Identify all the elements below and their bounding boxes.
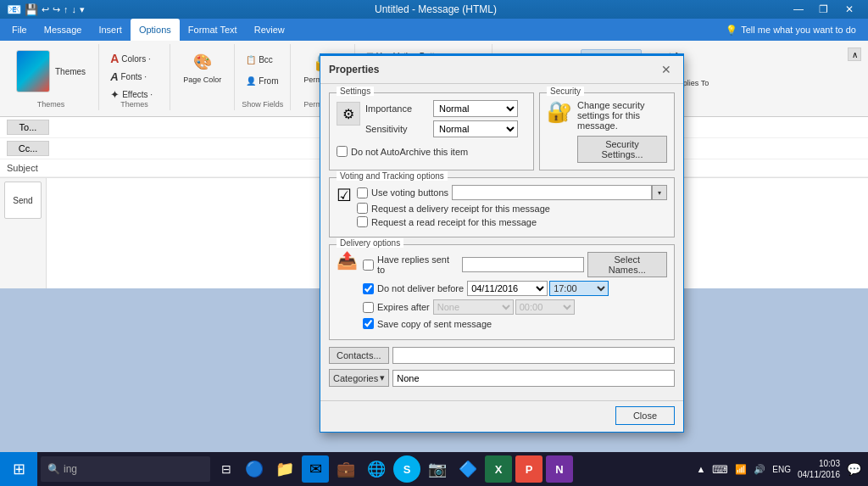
themes-button[interactable]: Themes	[10, 46, 92, 97]
excel-icon[interactable]: X	[485, 455, 512, 483]
show-fields-group-label: Show Fields	[242, 98, 283, 109]
dialog-body: Settings ⚙ Importance Normal	[320, 84, 683, 400]
up-arrow-icon[interactable]: ▲	[696, 464, 705, 474]
down-btn[interactable]: ↓	[72, 4, 77, 14]
expires-checkbox[interactable]	[363, 302, 374, 313]
settings-section-title: Settings	[337, 87, 374, 96]
tell-me-field[interactable]: 💡 Tell me what you want to do	[717, 19, 865, 41]
menu-review[interactable]: Review	[246, 19, 293, 41]
colors-button[interactable]: A Colors ·	[106, 49, 157, 68]
themes-group-label: Themes	[37, 98, 65, 109]
fonts-button[interactable]: A Fonts ·	[106, 68, 157, 86]
categories-input[interactable]	[392, 370, 675, 387]
do-not-deliver-label: Do not deliver before	[377, 283, 464, 293]
customize-btn[interactable]: ▾	[80, 4, 85, 15]
voting-section: Voting and Tracking options ☑ Use voting…	[329, 177, 675, 237]
save-copy-checkbox[interactable]	[363, 318, 374, 329]
use-voting-buttons-label: Use voting buttons	[371, 187, 448, 198]
colors-group-label: Themes	[120, 98, 148, 109]
undo-btn[interactable]: ↩	[42, 4, 49, 15]
minimize-button[interactable]: —	[787, 1, 810, 18]
importance-select[interactable]: Normal	[433, 100, 518, 117]
voting-dropdown[interactable]: ▾	[652, 185, 667, 200]
have-replies-label: Have replies sent to	[377, 254, 459, 275]
skype-icon[interactable]: S	[393, 455, 420, 483]
delivery-receipt-checkbox[interactable]	[357, 203, 368, 214]
delivery-receipt-row: Request a delivery receipt for this mess…	[357, 203, 667, 214]
dialog-close-icon-button[interactable]: ✕	[658, 61, 675, 78]
lightbulb-icon: 💡	[726, 25, 737, 36]
voting-input[interactable]	[452, 185, 652, 200]
categories-label: Categories	[333, 373, 378, 383]
settings-section: Settings ⚙ Importance Normal	[329, 92, 534, 170]
themes-label: Themes	[55, 67, 86, 76]
suitcase-icon[interactable]: 💼	[332, 455, 359, 483]
close-dialog-button[interactable]: Close	[615, 406, 675, 425]
do-not-deliver-checkbox[interactable]	[363, 283, 374, 294]
ms-icon1[interactable]: 🔷	[454, 455, 481, 483]
have-replies-input[interactable]	[462, 257, 584, 272]
up-btn[interactable]: ↑	[64, 4, 69, 14]
ms-icon3[interactable]: N	[546, 455, 573, 483]
edge-icon[interactable]: 🔵	[241, 455, 268, 483]
system-clock[interactable]: 10:03 04/11/2016	[798, 458, 840, 480]
security-settings-button[interactable]: Security Settings...	[577, 136, 667, 163]
read-receipt-checkbox[interactable]	[357, 216, 368, 227]
expires-time-select[interactable]: 00:00	[515, 299, 575, 315]
redo-btn[interactable]: ↪	[53, 4, 60, 15]
menu-insert[interactable]: Insert	[90, 19, 131, 41]
do-not-autoarchive-checkbox[interactable]	[337, 146, 348, 157]
importance-label: Importance	[365, 103, 433, 114]
ms-icon2[interactable]: P	[515, 455, 542, 483]
voting-checkmark-icon: ☑	[337, 185, 352, 205]
send-button[interactable]: Send	[4, 182, 42, 219]
contacts-button[interactable]: Contacts...	[329, 347, 389, 364]
bcc-button[interactable]: 📋 Bcc	[242, 53, 282, 67]
do-not-autoarchive-row: Do not AutoArchive this item	[337, 146, 526, 157]
page-color-button[interactable]: 🎨 Page Color	[177, 46, 227, 87]
notification-icon[interactable]: 💬	[847, 462, 861, 476]
bcc-icon: 📋	[246, 55, 256, 64]
from-button[interactable]: 👤 From	[242, 74, 282, 88]
to-button[interactable]: To...	[7, 120, 49, 135]
ribbon-collapse-button[interactable]: ∧	[848, 47, 861, 61]
sensitivity-select[interactable]: Normal	[433, 120, 518, 137]
menu-bar: File Message Insert Options Format Text …	[0, 19, 868, 41]
expires-date-select[interactable]: None	[433, 299, 514, 315]
deliver-time-select[interactable]: 17:00	[549, 281, 609, 296]
menu-options[interactable]: Options	[131, 19, 180, 41]
cc-button[interactable]: Cc...	[7, 141, 49, 156]
select-names-button[interactable]: Select Names...	[587, 252, 667, 277]
have-replies-checkbox[interactable]	[363, 260, 374, 271]
restore-button[interactable]: ❐	[812, 1, 836, 18]
language-indicator: ENG	[772, 465, 791, 474]
have-replies-row: Have replies sent to Select Names...	[363, 252, 667, 277]
close-button[interactable]: ✕	[837, 1, 861, 18]
contacts-input[interactable]	[392, 347, 675, 364]
menu-file[interactable]: File	[3, 19, 36, 41]
taskview-button[interactable]: ⊟	[214, 456, 239, 482]
delivery-section-title: Delivery options	[337, 238, 403, 248]
keyboard-icon: ⌨	[712, 463, 728, 476]
ribbon-group-themes: Themes Themes	[7, 44, 99, 110]
expires-label: Expires after	[377, 302, 430, 312]
save-icon-btn[interactable]: 💾	[25, 3, 38, 16]
search-taskbar[interactable]: 🔍 ing	[41, 456, 210, 482]
volume-icon: 🔊	[754, 464, 765, 475]
start-button[interactable]: ⊞	[0, 452, 37, 486]
clock-date: 04/11/2016	[798, 469, 840, 480]
deliver-date-select[interactable]: 04/11/2016	[467, 281, 548, 296]
explorer-icon[interactable]: 📁	[271, 455, 298, 483]
categories-button[interactable]: Categories ▾	[329, 369, 389, 387]
outlook-icon[interactable]: ✉	[302, 455, 329, 483]
chrome-icon[interactable]: 🌐	[363, 455, 390, 483]
expires-after-row: Expires after None 00:00	[363, 299, 667, 315]
ribbon-group-colors: A Colors · A Fonts · ✦ Effects · Themes	[103, 44, 170, 110]
security-content: Change security settings for this messag…	[577, 100, 667, 163]
use-voting-buttons-checkbox[interactable]	[357, 187, 368, 198]
menu-message[interactable]: Message	[36, 19, 91, 41]
camera-icon[interactable]: 📷	[424, 455, 451, 483]
read-receipt-label: Request a read receipt for this message	[371, 217, 537, 227]
menu-format-text[interactable]: Format Text	[180, 19, 246, 41]
delivery-icon: 📤	[337, 252, 358, 269]
